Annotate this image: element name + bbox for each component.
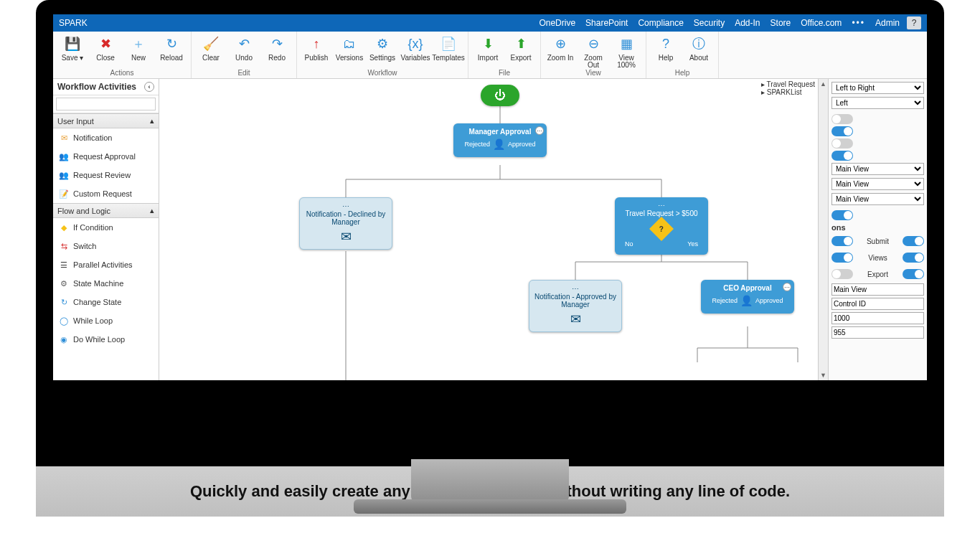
close-button[interactable]: ✖Close <box>90 33 121 62</box>
versions-button[interactable]: 🗂Versions <box>334 33 364 62</box>
activity-icon: 👥 <box>59 170 69 180</box>
declined-notification-node[interactable]: ⋯ Notification - Declined by Manager ✉ <box>299 197 392 250</box>
node-menu-icon[interactable]: ⋯ <box>535 126 544 135</box>
ribbon-group-name: Actions <box>110 69 134 77</box>
titlebar-link[interactable]: Compliance <box>638 18 683 28</box>
ribbon: 💾Save ▾✖Close＋New↻ReloadActions🧹Clear↶Un… <box>53 32 927 79</box>
action-toggle-right[interactable] <box>903 253 924 263</box>
start-node[interactable]: ⏻ <box>481 85 519 106</box>
canvas-scrollbar[interactable]: ▲ ▼ <box>818 79 828 380</box>
manager-approval-node[interactable]: ⋯ Manager Approval Rejected 👤 Approved <box>453 123 547 157</box>
titlebar-link[interactable]: Office.com <box>801 18 842 28</box>
ribbon-label: Clear <box>202 55 220 62</box>
view-select[interactable]: Main View <box>831 193 924 205</box>
node-menu-icon[interactable]: ⋯ <box>303 202 389 210</box>
activity-item[interactable]: ◯While Loop <box>53 311 159 330</box>
approved-notification-node[interactable]: ⋯ Notification - Approved by Manager ✉ <box>529 280 622 332</box>
activity-category[interactable]: User Input▴ <box>53 113 159 128</box>
align-select[interactable]: Left <box>831 97 924 109</box>
titlebar-link[interactable]: SharePoint <box>585 18 628 28</box>
reload-button[interactable]: ↻Reload <box>156 33 187 62</box>
property-toggle[interactable] <box>831 138 853 149</box>
node-menu-icon[interactable]: ⋯ <box>618 202 705 209</box>
action-toggle-left[interactable] <box>831 236 853 246</box>
import-button[interactable]: ⬇Import <box>473 33 503 62</box>
ribbon-label: Export <box>511 55 532 62</box>
new-button[interactable]: ＋New <box>123 33 154 62</box>
ribbon-group-name: View <box>585 69 601 77</box>
activity-category[interactable]: Flow and Logic▴ <box>53 203 159 218</box>
clear-icon: 🧹 <box>202 34 220 53</box>
activity-item[interactable]: 📝Custom Request <box>53 184 159 203</box>
clear-button[interactable]: 🧹Clear <box>196 33 226 62</box>
travel-decision-node[interactable]: ⋯ Travel Request > $500 ? NoYes <box>615 197 708 255</box>
save-button[interactable]: 💾Save ▾ <box>57 33 88 62</box>
mid-toggle[interactable] <box>831 210 853 220</box>
workflow-canvas[interactable]: ▸ Travel Request ▸ SPARKList ⏻ ⋯ Manager… <box>159 79 818 380</box>
activity-item[interactable]: ☰Parallel Activities <box>53 255 159 274</box>
meta-sparklist[interactable]: ▸ SPARKList <box>761 88 815 96</box>
activity-item[interactable]: ↻Change State <box>53 293 159 311</box>
ribbon-label: About <box>689 55 708 62</box>
action-toggle-left[interactable] <box>831 269 853 279</box>
collapse-panel-icon[interactable]: ‹ <box>144 82 154 92</box>
property-toggle[interactable] <box>831 151 853 161</box>
width-input[interactable] <box>831 312 924 324</box>
node-menu-icon[interactable]: ⋯ <box>532 285 618 293</box>
activity-item[interactable]: ⚙State Machine <box>53 274 159 293</box>
titlebar-link[interactable]: Security <box>694 18 725 28</box>
view-select[interactable]: Main View <box>831 178 924 190</box>
undo-button[interactable]: ↶Undo <box>229 33 259 62</box>
view-select[interactable]: Main View <box>831 163 924 175</box>
view100-button[interactable]: ▦View 100% <box>611 33 641 69</box>
action-toggle-right[interactable] <box>903 236 924 246</box>
titlebar-link[interactable]: Add-In <box>735 18 760 28</box>
layout-direction-select[interactable]: Left to Right <box>831 82 924 94</box>
activity-item[interactable]: ◉Do While Loop <box>53 330 159 349</box>
titlebar-more[interactable]: ••• <box>852 18 865 28</box>
action-label: Export <box>867 270 888 278</box>
property-toggle[interactable] <box>831 126 853 136</box>
publish-button[interactable]: ↑Publish <box>301 33 331 62</box>
redo-button[interactable]: ↷Redo <box>262 33 292 62</box>
titlebar-link[interactable]: OneDrive <box>539 18 575 28</box>
templates-button[interactable]: 📄Templates <box>433 33 463 62</box>
scroll-down-icon[interactable]: ▼ <box>820 370 826 380</box>
titlebar-help-button[interactable]: ? <box>907 17 921 29</box>
activity-item[interactable]: ◆If Condition <box>53 218 159 237</box>
view-name-input[interactable] <box>831 283 924 296</box>
activities-search-input[interactable] <box>56 98 156 110</box>
titlebar-link[interactable]: Store <box>771 18 791 28</box>
ribbon-label: Versions <box>336 55 363 62</box>
monitor-base <box>354 499 626 514</box>
activity-item[interactable]: ✉Notification <box>53 128 159 147</box>
settings-button[interactable]: ⚙Settings <box>367 33 397 62</box>
control-id-input[interactable] <box>831 298 924 310</box>
about-button[interactable]: ⓘAbout <box>684 33 714 62</box>
action-toggle-right[interactable] <box>903 269 924 279</box>
scroll-up-icon[interactable]: ▲ <box>820 79 826 89</box>
height-input[interactable] <box>831 326 924 339</box>
zoomin-button[interactable]: ⊕Zoom In <box>545 33 575 62</box>
zoomout-button[interactable]: ⊖Zoom Out <box>578 33 608 69</box>
meta-travel[interactable]: ▸ Travel Request <box>761 80 815 88</box>
property-toggle[interactable] <box>831 114 853 124</box>
titlebar-admin[interactable]: Admin <box>875 18 900 28</box>
action-toggle-left[interactable] <box>831 253 853 263</box>
ribbon-group: ↑Publish🗂Versions⚙Settings{x}Variables📄T… <box>297 32 468 78</box>
activity-item[interactable]: ⇆Switch <box>53 237 159 255</box>
export-button[interactable]: ⬆Export <box>506 33 536 62</box>
action-row: Export <box>831 267 924 281</box>
ceo-approval-node[interactable]: ⋯ CEO Approval Rejected 👤 Approved <box>701 280 794 314</box>
monitor-stand <box>411 459 569 502</box>
help-button[interactable]: ?Help <box>651 33 681 62</box>
variables-button[interactable]: {x}Variables <box>400 33 430 62</box>
node-menu-icon[interactable]: ⋯ <box>783 283 791 291</box>
activity-item[interactable]: 👥Request Approval <box>53 147 159 166</box>
activity-item[interactable]: 👥Request Review <box>53 166 159 184</box>
app-screen: SPARK OneDriveSharePointComplianceSecuri… <box>53 14 927 380</box>
activities-panel: Workflow Activities ‹ User Input▴✉Notifi… <box>53 79 159 380</box>
settings-icon: ⚙ <box>373 34 392 53</box>
envelope-icon: ✉ <box>532 311 618 327</box>
activity-label: Switch <box>73 242 96 250</box>
